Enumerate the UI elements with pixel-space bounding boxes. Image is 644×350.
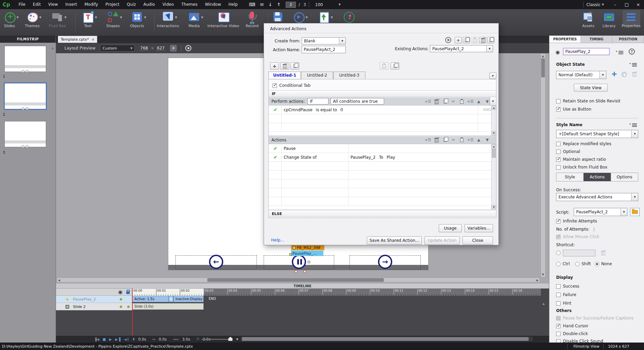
next-slide-icon[interactable]: ↑ xyxy=(277,2,281,7)
subtab-actions[interactable]: Actions xyxy=(584,173,611,181)
scroll-up-icon[interactable]: ▲ xyxy=(542,55,544,58)
menu-edit[interactable]: Edit xyxy=(29,0,44,9)
disable-click-sound-checkbox[interactable]: Disable Click Sound xyxy=(556,339,603,343)
replace-styles-checkbox[interactable]: Replace modified styles xyxy=(556,141,611,146)
workspace-switcher[interactable]: Classic xyxy=(586,2,601,7)
copy-row-icon[interactable] xyxy=(441,99,448,104)
delete-tab-icon[interactable] xyxy=(280,62,289,70)
move-up-icon[interactable]: ▲ xyxy=(475,99,482,104)
maximize-button[interactable]: □ xyxy=(621,0,632,9)
next-slide-play-icon[interactable]: ▶▐ xyxy=(115,337,120,341)
save-tab-icon[interactable] xyxy=(391,62,399,70)
menu-window[interactable]: Window xyxy=(201,0,225,9)
timeline-zoom-slider[interactable] xyxy=(202,339,233,340)
visibility-eye-icon[interactable]: ◉ xyxy=(555,49,560,55)
copy-row-icon[interactable] xyxy=(441,137,448,143)
double-click-checkbox[interactable]: Double-click xyxy=(556,331,588,336)
optional-checkbox[interactable]: Optional xyxy=(556,149,580,154)
action-row-empty[interactable] xyxy=(269,197,496,206)
timeline-horizontal-scrollbar[interactable] xyxy=(241,337,533,341)
toolbar-library[interactable]: Library xyxy=(600,11,618,28)
usage-button[interactable]: Usage xyxy=(439,224,462,232)
timeline-ruler[interactable]: 00:00 00:01 00:02 00:03 00:04 00:05 00:0… xyxy=(132,289,541,296)
preview-actions-icon[interactable] xyxy=(445,37,451,43)
stage-vertical-scrollbar[interactable]: ▲ ▼ xyxy=(541,53,546,277)
none-radio[interactable]: None xyxy=(595,261,612,266)
shortcut-input[interactable] xyxy=(563,250,595,256)
tab-untitled-1[interactable]: Untitled-1 xyxy=(268,72,301,79)
toolbar-properties[interactable]: Properties xyxy=(620,11,642,28)
action-type[interactable]: Change State of xyxy=(282,153,348,161)
toolbar-preview[interactable]: ▼ xyxy=(290,11,307,23)
duplicate-action-icon[interactable] xyxy=(487,37,494,43)
tab-untitled-2[interactable]: Untitled-2 xyxy=(301,72,333,79)
timeline-scroll-up-icon[interactable]: ▲ xyxy=(543,302,545,305)
fluid-box-label[interactable]: FB_MS2_398 xyxy=(291,245,324,250)
paste-row-icon[interactable] xyxy=(458,137,465,143)
tab-timing[interactable]: TIMING xyxy=(581,36,612,43)
hint-checkbox[interactable]: Hint xyxy=(556,301,571,306)
conditions-mode-dropdown[interactable]: All conditions are true xyxy=(330,98,384,104)
scroll-right-icon[interactable]: ▶ xyxy=(536,279,538,282)
condition-variable[interactable]: cpCmndPause xyxy=(284,108,312,112)
selection-handle[interactable] xyxy=(304,270,306,273)
menu-modify[interactable]: Modify xyxy=(81,0,102,9)
selection-handle[interactable] xyxy=(289,253,292,256)
subtab-options[interactable]: Options xyxy=(611,173,638,181)
actions-scrollbar[interactable]: ▲▼ xyxy=(491,144,496,209)
close-dialog-button[interactable]: Close xyxy=(462,236,493,245)
unlock-fluid-checkbox[interactable]: Unlock from Fluid Box xyxy=(556,165,607,170)
create-from-dropdown[interactable]: Blank xyxy=(302,37,346,44)
help-link[interactable]: Help... xyxy=(271,238,284,242)
slide-thumbnail-2[interactable] xyxy=(4,83,46,109)
rewind-icon[interactable]: ▐◀ xyxy=(94,337,99,341)
play-icon[interactable]: ▶ xyxy=(109,337,112,341)
layer-indicator-dot[interactable] xyxy=(127,306,130,308)
slide-thumbnail-1[interactable] xyxy=(4,46,46,72)
lock-icon[interactable] xyxy=(126,291,130,294)
timeline-title[interactable]: TIMELINE xyxy=(56,284,549,289)
menu-insert[interactable]: Insert xyxy=(62,0,81,9)
timeline-layer-pauseplay[interactable]: ★ PausePlay_2 xyxy=(56,296,132,303)
filmstrip-scroll-up-icon[interactable]: ▲ xyxy=(52,46,54,50)
cut-row-icon[interactable]: ✂ xyxy=(450,99,457,104)
move-down-icon[interactable]: ▼ xyxy=(484,99,491,104)
toolbar-community[interactable] xyxy=(341,11,356,23)
conditions-scrollbar[interactable]: ▲▼ xyxy=(491,105,496,135)
condition-row[interactable]: ✓ cpCmndPause is equal to 0 AND xyxy=(269,105,496,114)
inactive-state-bar[interactable]: Inactive:Display f... xyxy=(173,296,204,302)
workspace-chevron-icon[interactable]: ▼ xyxy=(602,3,604,6)
state-pause-marker[interactable] xyxy=(169,296,173,302)
timeline-playhead[interactable] xyxy=(132,289,133,336)
toolbar-interactions[interactable]: ▼ Interactions xyxy=(153,11,183,28)
close-tab-icon[interactable]: × xyxy=(92,38,94,41)
else-section-bar[interactable]: ELSE xyxy=(269,210,496,217)
delete-row-icon[interactable] xyxy=(433,99,440,104)
stage-horizontal-scrollbar[interactable]: ◀ ▶ xyxy=(57,277,540,283)
slide-thumbnail-3[interactable] xyxy=(4,121,46,147)
open-script-button[interactable] xyxy=(630,208,640,216)
menu-video[interactable]: Video xyxy=(159,0,178,9)
variables-button[interactable]: Variables... xyxy=(465,224,493,232)
pause-button-shape[interactable] xyxy=(292,255,306,269)
panel-menu-icon[interactable] xyxy=(619,51,624,55)
stage-width-field[interactable]: 768 xyxy=(139,46,149,51)
tab-properties[interactable]: PROPERTIES xyxy=(549,36,581,43)
use-as-button-checkbox[interactable]: Use as Button xyxy=(556,107,591,112)
object-name-input[interactable] xyxy=(563,48,610,55)
condition-value[interactable]: 0 xyxy=(340,108,343,112)
visibility-eye-icon[interactable]: ◉ xyxy=(118,289,122,295)
section-menu-icon[interactable] xyxy=(632,63,638,67)
action-row-empty[interactable] xyxy=(269,171,496,179)
stage-height-field[interactable]: 627 xyxy=(156,46,165,51)
on-success-dropdown[interactable]: Execute Advanced Actions xyxy=(556,193,638,201)
object-state-dropdown[interactable]: Normal (Default) xyxy=(556,71,606,79)
toolbar-slides[interactable]: ▼ Slides xyxy=(0,11,19,28)
menu-view[interactable]: View xyxy=(44,0,61,9)
minimize-button[interactable]: – xyxy=(609,0,621,9)
mail-icon[interactable]: ✉ xyxy=(260,2,264,7)
existing-actions-dropdown[interactable]: PausePlayAct_2 xyxy=(430,45,493,52)
failure-checkbox[interactable]: Failure xyxy=(556,292,576,297)
toolbar-record[interactable]: Record xyxy=(243,11,261,28)
toolbar-objects[interactable]: ▼ Objects xyxy=(125,11,149,28)
